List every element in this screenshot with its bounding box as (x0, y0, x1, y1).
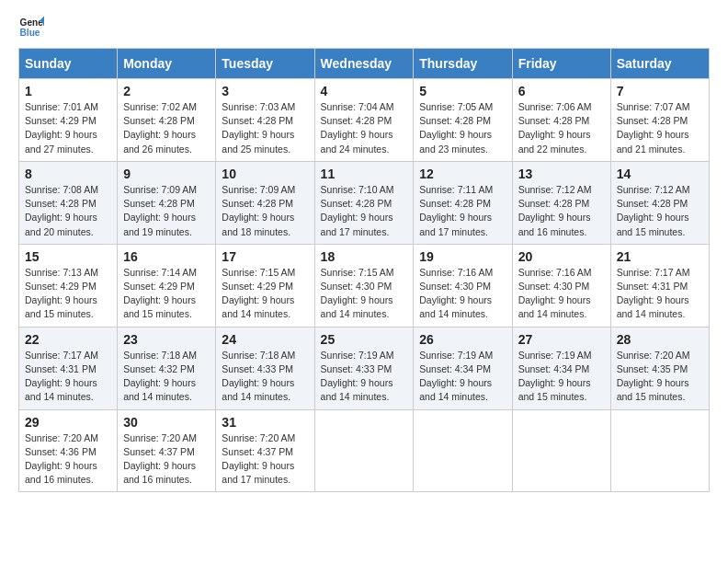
calendar-day-cell: 24Sunrise: 7:18 AMSunset: 4:33 PMDayligh… (216, 327, 314, 409)
weekday-header: Tuesday (216, 49, 314, 79)
day-info: Sunrise: 7:18 AMSunset: 4:33 PMDaylight:… (222, 349, 308, 405)
day-info: Sunrise: 7:20 AMSunset: 4:36 PMDaylight:… (25, 431, 111, 488)
day-number: 27 (518, 332, 605, 347)
weekday-header: Friday (512, 49, 610, 79)
day-number: 12 (419, 167, 506, 181)
calendar-day-cell: 22Sunrise: 7:17 AMSunset: 4:31 PMDayligh… (19, 327, 118, 409)
day-info: Sunrise: 7:14 AMSunset: 4:29 PMDaylight:… (123, 266, 210, 322)
day-number: 4 (321, 84, 408, 98)
day-number: 3 (222, 84, 308, 98)
day-number: 30 (123, 415, 210, 430)
calendar-day-cell: 4Sunrise: 7:04 AMSunset: 4:28 PMDaylight… (314, 79, 414, 162)
day-info: Sunrise: 7:07 AMSunset: 4:28 PMDaylight:… (617, 100, 703, 156)
logo: General Blue (18, 15, 44, 40)
calendar-day-cell: 3Sunrise: 7:03 AMSunset: 4:28 PMDaylight… (216, 79, 314, 162)
day-info: Sunrise: 7:10 AMSunset: 4:28 PMDaylight:… (321, 183, 408, 239)
day-number: 8 (25, 167, 111, 181)
day-info: Sunrise: 7:19 AMSunset: 4:33 PMDaylight:… (321, 349, 408, 405)
day-number: 2 (123, 84, 210, 98)
day-number: 26 (419, 332, 506, 347)
calendar-day-cell: 13Sunrise: 7:12 AMSunset: 4:28 PMDayligh… (512, 161, 610, 244)
day-number: 15 (25, 249, 111, 264)
svg-text:General: General (20, 17, 44, 28)
calendar-day-cell: 9Sunrise: 7:09 AMSunset: 4:28 PMDaylight… (118, 161, 216, 244)
day-number: 31 (222, 415, 308, 430)
calendar-week-row: 8Sunrise: 7:08 AMSunset: 4:28 PMDaylight… (19, 161, 710, 244)
day-number: 21 (617, 249, 703, 264)
day-number: 1 (25, 84, 111, 98)
day-info: Sunrise: 7:16 AMSunset: 4:30 PMDaylight:… (518, 266, 605, 322)
day-info: Sunrise: 7:09 AMSunset: 4:28 PMDaylight:… (222, 183, 308, 239)
weekday-header: Saturday (610, 49, 709, 79)
day-number: 29 (25, 415, 111, 430)
day-info: Sunrise: 7:12 AMSunset: 4:28 PMDaylight:… (617, 183, 703, 239)
calendar-day-cell: 26Sunrise: 7:19 AMSunset: 4:34 PMDayligh… (414, 327, 512, 409)
day-info: Sunrise: 7:20 AMSunset: 4:37 PMDaylight:… (222, 431, 308, 488)
calendar-day-cell: 25Sunrise: 7:19 AMSunset: 4:33 PMDayligh… (314, 327, 414, 409)
day-info: Sunrise: 7:17 AMSunset: 4:31 PMDaylight:… (617, 266, 703, 322)
calendar-day-cell: 21Sunrise: 7:17 AMSunset: 4:31 PMDayligh… (610, 244, 709, 327)
calendar-day-cell: 2Sunrise: 7:02 AMSunset: 4:28 PMDaylight… (118, 79, 216, 162)
calendar-day-cell: 31Sunrise: 7:20 AMSunset: 4:37 PMDayligh… (216, 409, 314, 492)
day-info: Sunrise: 7:05 AMSunset: 4:28 PMDaylight:… (419, 100, 506, 156)
day-number: 23 (123, 332, 210, 347)
calendar-week-row: 29Sunrise: 7:20 AMSunset: 4:36 PMDayligh… (19, 409, 710, 492)
day-info: Sunrise: 7:01 AMSunset: 4:29 PMDaylight:… (25, 100, 111, 156)
day-number: 19 (419, 249, 506, 264)
day-number: 24 (222, 332, 308, 347)
logo-icon: General Blue (18, 15, 44, 40)
calendar-day-cell: 14Sunrise: 7:12 AMSunset: 4:28 PMDayligh… (610, 161, 709, 244)
day-info: Sunrise: 7:17 AMSunset: 4:31 PMDaylight:… (25, 349, 111, 405)
calendar-day-cell: 6Sunrise: 7:06 AMSunset: 4:28 PMDaylight… (512, 79, 610, 162)
calendar-week-row: 22Sunrise: 7:17 AMSunset: 4:31 PMDayligh… (19, 327, 710, 409)
day-number: 18 (321, 249, 408, 264)
day-number: 11 (321, 167, 408, 181)
calendar-day-cell: 7Sunrise: 7:07 AMSunset: 4:28 PMDaylight… (610, 79, 709, 162)
day-info: Sunrise: 7:12 AMSunset: 4:28 PMDaylight:… (518, 183, 605, 239)
day-number: 22 (25, 332, 111, 347)
day-number: 6 (518, 84, 605, 98)
weekday-header: Thursday (414, 49, 512, 79)
calendar-day-cell: 28Sunrise: 7:20 AMSunset: 4:35 PMDayligh… (610, 327, 709, 409)
day-info: Sunrise: 7:15 AMSunset: 4:29 PMDaylight:… (222, 266, 308, 322)
day-info: Sunrise: 7:19 AMSunset: 4:34 PMDaylight:… (518, 349, 605, 405)
day-number: 13 (518, 167, 605, 181)
calendar-table: SundayMondayTuesdayWednesdayThursdayFrid… (18, 48, 710, 492)
day-number: 28 (617, 332, 703, 347)
day-info: Sunrise: 7:08 AMSunset: 4:28 PMDaylight:… (25, 183, 111, 239)
day-info: Sunrise: 7:03 AMSunset: 4:28 PMDaylight:… (222, 100, 308, 156)
calendar-day-cell: 11Sunrise: 7:10 AMSunset: 4:28 PMDayligh… (314, 161, 414, 244)
day-number: 17 (222, 249, 308, 264)
calendar-day-cell (512, 409, 610, 492)
calendar-day-cell: 1Sunrise: 7:01 AMSunset: 4:29 PMDaylight… (19, 79, 118, 162)
calendar-day-cell: 8Sunrise: 7:08 AMSunset: 4:28 PMDaylight… (19, 161, 118, 244)
calendar-header-row: SundayMondayTuesdayWednesdayThursdayFrid… (19, 49, 710, 79)
page-header: General Blue (18, 15, 710, 40)
day-info: Sunrise: 7:11 AMSunset: 4:28 PMDaylight:… (419, 183, 506, 239)
calendar-day-cell: 30Sunrise: 7:20 AMSunset: 4:37 PMDayligh… (118, 409, 216, 492)
day-number: 16 (123, 249, 210, 264)
calendar-day-cell: 5Sunrise: 7:05 AMSunset: 4:28 PMDaylight… (414, 79, 512, 162)
calendar-day-cell: 29Sunrise: 7:20 AMSunset: 4:36 PMDayligh… (19, 409, 118, 492)
calendar-day-cell (610, 409, 709, 492)
day-info: Sunrise: 7:16 AMSunset: 4:30 PMDaylight:… (419, 266, 506, 322)
day-info: Sunrise: 7:09 AMSunset: 4:28 PMDaylight:… (123, 183, 210, 239)
calendar-day-cell: 15Sunrise: 7:13 AMSunset: 4:29 PMDayligh… (19, 244, 118, 327)
calendar-week-row: 1Sunrise: 7:01 AMSunset: 4:29 PMDaylight… (19, 79, 710, 162)
weekday-header: Sunday (19, 49, 118, 79)
weekday-header: Monday (118, 49, 216, 79)
day-number: 5 (419, 84, 506, 98)
calendar-day-cell: 12Sunrise: 7:11 AMSunset: 4:28 PMDayligh… (414, 161, 512, 244)
day-info: Sunrise: 7:18 AMSunset: 4:32 PMDaylight:… (123, 349, 210, 405)
calendar-week-row: 15Sunrise: 7:13 AMSunset: 4:29 PMDayligh… (19, 244, 710, 327)
day-number: 10 (222, 167, 308, 181)
day-number: 25 (321, 332, 408, 347)
calendar-day-cell: 10Sunrise: 7:09 AMSunset: 4:28 PMDayligh… (216, 161, 314, 244)
calendar-day-cell (414, 409, 512, 492)
day-info: Sunrise: 7:04 AMSunset: 4:28 PMDaylight:… (321, 100, 408, 156)
day-info: Sunrise: 7:06 AMSunset: 4:28 PMDaylight:… (518, 100, 605, 156)
calendar-day-cell: 20Sunrise: 7:16 AMSunset: 4:30 PMDayligh… (512, 244, 610, 327)
calendar-day-cell: 27Sunrise: 7:19 AMSunset: 4:34 PMDayligh… (512, 327, 610, 409)
day-info: Sunrise: 7:19 AMSunset: 4:34 PMDaylight:… (419, 349, 506, 405)
calendar-day-cell: 23Sunrise: 7:18 AMSunset: 4:32 PMDayligh… (118, 327, 216, 409)
